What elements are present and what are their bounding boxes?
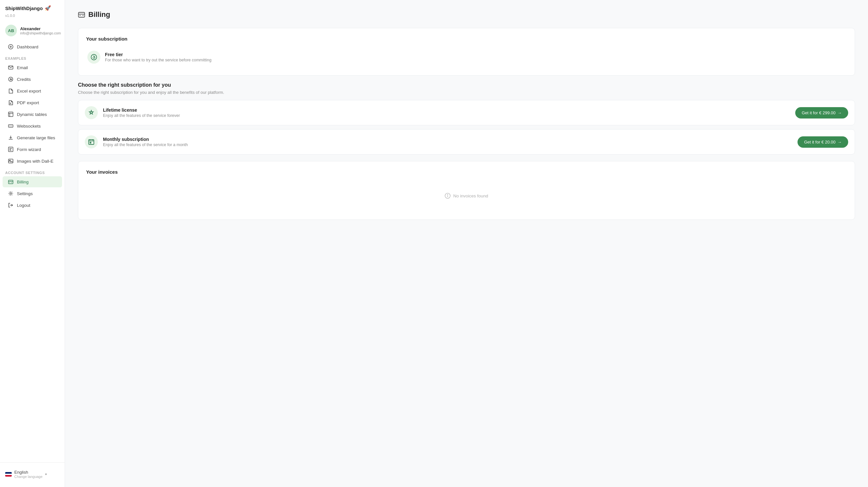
sidebar-item-form-wizard-label: Form wizard (17, 147, 41, 152)
account-section-label: Account settings (0, 167, 65, 176)
svg-point-10 (10, 193, 12, 194)
sidebar-item-dashboard[interactable]: Dashboard (3, 41, 62, 52)
images-icon (8, 158, 13, 164)
lifetime-button-label: Get it for € 299.00 (802, 110, 836, 115)
info-icon (445, 193, 451, 199)
sidebar-item-images-dall-e-label: Images with Dall-E (17, 159, 54, 164)
choose-subscription-desc: Choose the right subscription for you an… (78, 90, 855, 95)
dashboard-label: Dashboard (17, 44, 38, 50)
sidebar-item-websockets-label: Websockets (17, 124, 41, 129)
user-info: Alexander info@shipwithdjango.com (20, 26, 61, 35)
current-subscription-title: Your subscription (86, 36, 847, 41)
lifetime-option-card: Lifetime license Enjoy all the features … (78, 100, 855, 125)
svg-point-1 (10, 46, 11, 47)
sidebar: ShipWithDjango 🚀 v1.0.0 AB Alexander inf… (0, 0, 65, 487)
monthly-option-name: Monthly subscription (103, 137, 792, 142)
sidebar-item-images-dall-e[interactable]: Images with Dall-E (3, 156, 62, 167)
user-name: Alexander (20, 26, 61, 31)
current-tier-info: Free tier For those who want to try out … (105, 52, 212, 62)
arrow-right-icon-2: → (837, 140, 842, 144)
choose-subscription-title: Choose the right subscription for you (78, 82, 855, 88)
sidebar-item-logout[interactable]: Logout (3, 200, 62, 211)
sidebar-item-pdf-export[interactable]: PDF export (3, 97, 62, 108)
app-version: v1.0.0 (0, 13, 65, 22)
language-sublabel: Change language (14, 475, 42, 479)
sidebar-item-excel-label: Excel export (17, 89, 41, 94)
rocket-icon: 🚀 (45, 5, 51, 11)
examples-section-label: Examples (0, 53, 65, 62)
sidebar-item-credits-label: Credits (17, 77, 31, 82)
svg-rect-11 (79, 12, 85, 17)
email-icon (8, 65, 13, 70)
sidebar-item-pdf-label: PDF export (17, 100, 39, 105)
sidebar-item-billing[interactable]: Billing (3, 176, 62, 187)
current-tier-row: Free tier For those who want to try out … (86, 47, 847, 68)
invoices-title: Your invoices (86, 169, 847, 175)
sidebar-item-websockets[interactable]: Websockets (3, 121, 62, 131)
sidebar-item-email[interactable]: Email (3, 62, 62, 73)
user-email: info@shipwithdjango.com (20, 31, 61, 35)
sidebar-bottom: English Change language ▾ (0, 462, 65, 482)
billing-icon (8, 179, 13, 185)
svg-rect-4 (8, 112, 13, 117)
language-selector[interactable]: English Change language ▾ (0, 466, 65, 482)
monthly-buy-button[interactable]: Get it for € 20.00 → (798, 136, 848, 148)
svg-point-0 (8, 44, 13, 49)
sidebar-item-logout-label: Logout (17, 203, 30, 208)
lifetime-buy-button[interactable]: Get it for € 299.00 → (795, 107, 848, 119)
avatar: AB (5, 25, 17, 36)
free-tier-icon (87, 51, 100, 64)
logout-icon (8, 202, 13, 208)
dashboard-icon (8, 44, 13, 50)
pdf-icon (8, 100, 13, 105)
sidebar-item-settings-label: Settings (17, 191, 33, 196)
chevron-down-icon: ▾ (45, 473, 47, 476)
sidebar-item-dynamic-tables-label: Dynamic tables (17, 112, 47, 117)
settings-icon (8, 191, 13, 196)
sidebar-item-generate-large-files[interactable]: Generate large files (3, 132, 62, 143)
user-profile: AB Alexander info@shipwithdjango.com (0, 22, 65, 40)
invoices-empty-message: No invoices found (453, 194, 488, 198)
app-name: ShipWithDjango (5, 5, 43, 11)
invoices-empty-state: No invoices found (86, 180, 847, 212)
page-header: Billing (78, 10, 855, 19)
lifetime-option-desc: Enjoy all the features of the service fo… (103, 113, 790, 118)
svg-rect-9 (8, 180, 13, 184)
page-title: Billing (88, 10, 110, 19)
svg-point-12 (91, 55, 97, 60)
lifetime-option-info: Lifetime license Enjoy all the features … (103, 107, 790, 118)
table-icon (8, 111, 13, 117)
sidebar-item-settings[interactable]: Settings (3, 188, 62, 199)
monthly-button-label: Get it for € 20.00 (804, 140, 836, 144)
current-tier-name: Free tier (105, 52, 212, 57)
credits-icon (8, 76, 13, 82)
language-info: English Change language (14, 470, 42, 479)
sidebar-logo[interactable]: ShipWithDjango 🚀 (0, 0, 65, 13)
form-wizard-icon (8, 147, 13, 152)
websockets-icon (8, 123, 13, 129)
excel-icon (8, 88, 13, 94)
billing-page-icon (78, 11, 85, 18)
download-icon (8, 135, 13, 140)
language-label: English (14, 470, 42, 475)
sidebar-item-excel-export[interactable]: Excel export (3, 86, 62, 96)
svg-point-16 (447, 194, 448, 195)
monthly-option-info: Monthly subscription Enjoy all the featu… (103, 137, 792, 147)
sidebar-item-credits[interactable]: Credits (3, 74, 62, 85)
current-tier-desc: For those who want to try out the servic… (105, 58, 212, 62)
lifetime-icon (85, 106, 98, 119)
lifetime-option-name: Lifetime license (103, 107, 790, 113)
arrow-right-icon: → (837, 110, 842, 115)
sidebar-item-dynamic-tables[interactable]: Dynamic tables (3, 109, 62, 120)
sidebar-item-form-wizard[interactable]: Form wizard (3, 144, 62, 155)
choose-subscription-section: Choose the right subscription for you Ch… (78, 82, 855, 155)
sidebar-item-email-label: Email (17, 65, 28, 70)
invoices-card: Your invoices No invoices found (78, 161, 855, 220)
svg-point-13 (94, 56, 94, 57)
svg-rect-14 (89, 140, 94, 144)
current-subscription-card: Your subscription Free tier For those wh… (78, 28, 855, 76)
sidebar-item-generate-large-files-label: Generate large files (17, 135, 55, 140)
sidebar-item-billing-label: Billing (17, 180, 29, 185)
main-content: Billing Your subscription Free tier For … (65, 0, 868, 487)
language-flag (5, 472, 12, 477)
